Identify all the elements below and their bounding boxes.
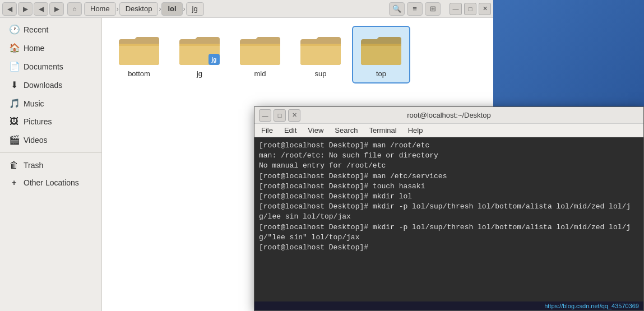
terminal-window: — □ ✕ root@localhost:~/Desktop File Edit…	[254, 106, 644, 311]
view-list-button[interactable]: ≡	[407, 2, 423, 16]
terminal-menu-search[interactable]: Search	[332, 125, 360, 136]
folder-jg[interactable]: jg jg	[172, 27, 228, 82]
terminal-menu-edit[interactable]: Edit	[282, 125, 299, 136]
titlebar: ◀ ▶ ◀ ▶ ⌂ Home › Desktop › lol › jg 🔍 ≡	[0, 0, 493, 18]
folder-mid[interactable]: mid	[232, 27, 288, 82]
breadcrumb-sep-1: ›	[117, 5, 119, 13]
grid-view-icon: ⊞	[430, 4, 436, 13]
terminal-url-bar: https://blog.csdn.net/qq_43570369	[254, 301, 643, 310]
jg-badge: jg	[209, 54, 220, 65]
home-icon: 🏠	[9, 43, 19, 53]
close-button[interactable]: ✕	[479, 3, 491, 15]
sidebar-label-videos: Videos	[24, 136, 48, 145]
sidebar-label-trash: Trash	[24, 161, 43, 170]
music-icon: 🎵	[9, 98, 19, 109]
trash-icon: 🗑	[9, 160, 19, 170]
breadcrumb-lol[interactable]: lol	[161, 2, 182, 16]
terminal-titlebar: — □ ✕ root@localhost:~/Desktop	[254, 107, 643, 124]
terminal-menubar: File Edit View Search Terminal Help	[254, 124, 643, 137]
window-actions: 🔍 ≡ ⊞ — □ ✕	[389, 2, 491, 16]
folder-mid-icon	[238, 31, 282, 67]
sidebar-item-pictures[interactable]: 🖼 Pictures	[2, 113, 99, 130]
folder-sup-label: sup	[315, 69, 327, 78]
sidebar-label-downloads: Downloads	[24, 81, 62, 90]
terminal-win-buttons: — □ ✕	[259, 109, 300, 122]
sidebar-item-videos[interactable]: 🎬 Videos	[2, 131, 99, 148]
terminal-menu-terminal[interactable]: Terminal	[367, 125, 399, 136]
folder-top[interactable]: top	[353, 27, 409, 82]
folder-bottom[interactable]: bottom	[111, 27, 167, 82]
terminal-title: root@localhost:~/Desktop	[300, 111, 597, 119]
downloads-icon: ⬇	[9, 80, 19, 90]
forward-button[interactable]: ▶	[18, 2, 33, 16]
search-button[interactable]: 🔍	[389, 2, 405, 16]
sidebar-label-pictures: Pictures	[24, 117, 52, 126]
breadcrumb-home[interactable]: Home	[84, 2, 116, 16]
parent-back-button[interactable]: ◀	[34, 2, 48, 16]
sidebar-item-documents[interactable]: 📄 Documents	[2, 58, 99, 75]
terminal-close-button[interactable]: ✕	[288, 109, 300, 122]
sidebar: 🕐 Recent 🏠 Home 📄 Documents ⬇ Downloads …	[0, 18, 102, 311]
sidebar-item-home[interactable]: 🏠 Home	[2, 39, 99, 57]
other-locations-icon: +	[9, 178, 19, 187]
home-nav-button[interactable]: ⌂	[67, 2, 82, 16]
terminal-menu-file[interactable]: File	[259, 125, 275, 136]
documents-icon: 📄	[9, 61, 19, 72]
breadcrumb-jg[interactable]: jg	[186, 2, 204, 16]
recent-icon: 🕐	[9, 24, 19, 35]
folder-mid-label: mid	[254, 69, 266, 78]
terminal-menu-help[interactable]: Help	[406, 125, 425, 136]
folder-jg-label: jg	[197, 69, 202, 78]
sidebar-label-documents: Documents	[24, 62, 63, 71]
folder-bottom-label: bottom	[128, 69, 150, 78]
folder-bottom-icon	[117, 31, 161, 67]
back-button[interactable]: ◀	[2, 2, 17, 16]
breadcrumb-sep-3: ›	[183, 5, 186, 13]
search-icon: 🔍	[392, 4, 401, 13]
home-icon: ⌂	[72, 5, 76, 13]
minimize-button[interactable]: —	[450, 3, 462, 15]
breadcrumb: ⌂ Home › Desktop › lol › jg	[67, 2, 386, 16]
videos-icon: 🎬	[9, 134, 19, 145]
sidebar-label-recent: Recent	[24, 25, 48, 34]
folder-top-label: top	[376, 69, 386, 78]
breadcrumb-desktop[interactable]: Desktop	[119, 2, 159, 16]
breadcrumb-sep-2: ›	[159, 5, 161, 13]
terminal-content[interactable]: [root@localhost Desktop]# man /root/etc …	[254, 137, 643, 301]
sidebar-label-home: Home	[24, 44, 44, 53]
list-view-icon: ≡	[413, 4, 417, 13]
folder-sup[interactable]: sup	[293, 27, 349, 82]
view-grid-button[interactable]: ⊞	[425, 2, 441, 16]
folder-sup-icon	[298, 31, 343, 67]
sidebar-item-music[interactable]: 🎵 Music	[2, 95, 99, 112]
folder-jg-icon: jg	[177, 31, 222, 67]
pictures-icon: 🖼	[9, 117, 19, 127]
folder-top-icon	[359, 31, 404, 67]
terminal-minimize-button[interactable]: —	[259, 109, 271, 122]
terminal-menu-view[interactable]: View	[305, 125, 326, 136]
sidebar-item-trash[interactable]: 🗑 Trash	[2, 157, 99, 174]
sidebar-label-music: Music	[24, 99, 44, 108]
sidebar-item-downloads[interactable]: ⬇ Downloads	[2, 76, 99, 94]
maximize-button[interactable]: □	[464, 3, 476, 15]
sidebar-item-recent[interactable]: 🕐 Recent	[2, 21, 99, 38]
parent-forward-button[interactable]: ▶	[49, 2, 64, 16]
sidebar-label-other-locations: Other Locations	[24, 178, 79, 187]
terminal-maximize-button[interactable]: □	[274, 109, 286, 122]
nav-buttons: ◀ ▶ ◀ ▶	[2, 2, 64, 16]
sidebar-divider	[0, 152, 101, 153]
sidebar-item-other-locations[interactable]: + Other Locations	[2, 175, 99, 191]
